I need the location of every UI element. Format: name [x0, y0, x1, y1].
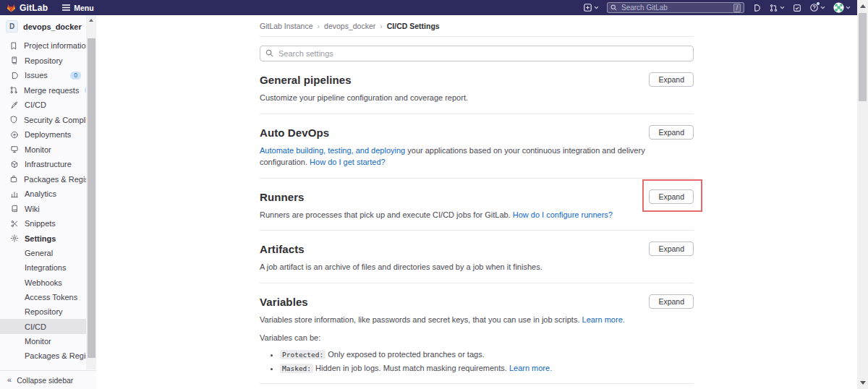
- expand-button-wrap: Expand: [649, 125, 694, 140]
- deployments-icon: [9, 130, 19, 140]
- brand-text: GitLab: [20, 3, 48, 13]
- tanuki-icon: [7, 4, 16, 12]
- sidebar-item-packages-registries[interactable]: Packages & Registries: [0, 172, 86, 187]
- section-general-pipelines: General pipelines Expand Customize your …: [260, 69, 694, 114]
- sidebar-item-ci-cd[interactable]: CI/CD: [0, 98, 86, 113]
- sidebar-subitem-label: Webhooks: [25, 278, 62, 287]
- count-badge: 0: [70, 72, 81, 80]
- sidebar-item-label: Snippets: [25, 219, 56, 228]
- sidebar-subitem-webhooks[interactable]: Webhooks: [0, 275, 86, 290]
- top-navbar: GitLab Menu /: [0, 0, 857, 15]
- expand-button-auto-devops[interactable]: Expand: [649, 125, 694, 140]
- sidebar-scrollbar[interactable]: [86, 15, 96, 369]
- analytics-icon: [9, 189, 19, 199]
- user-menu-button[interactable]: [833, 2, 851, 13]
- breadcrumb-instance[interactable]: GitLab Instance: [260, 22, 313, 30]
- sidebar-subitem-access-tokens[interactable]: Access Tokens: [0, 290, 86, 304]
- main-content: GitLab Instance › devops_docker › CI/CD …: [96, 15, 857, 389]
- expand-button-wrap: Expand: [649, 241, 694, 256]
- sidebar-subitem-label: CI/CD: [25, 322, 46, 331]
- sidebar-nav: Project information Repository Issues 0 …: [0, 38, 86, 363]
- section-description: Automate building, testing, and deployin…: [260, 145, 654, 168]
- hamburger-icon: [62, 4, 70, 11]
- settings-search-input[interactable]: [260, 46, 694, 61]
- expand-button-variables[interactable]: Expand: [649, 294, 694, 309]
- section-title: Variables: [260, 296, 308, 308]
- sidebar-subitem-general[interactable]: General: [0, 246, 86, 260]
- section-extra-text: Variables can be:: [260, 333, 694, 342]
- expand-button-artifacts[interactable]: Expand: [649, 241, 694, 256]
- global-search-input[interactable]: [620, 3, 731, 12]
- scroll-up-arrow-icon[interactable]: [860, 4, 866, 8]
- inline-link[interactable]: How do I get started?: [310, 158, 386, 166]
- breadcrumb-separator: ›: [318, 22, 320, 30]
- expand-button-runners[interactable]: Expand: [649, 189, 694, 204]
- issues-icon: [9, 71, 19, 80]
- todo-nav-button[interactable]: [793, 4, 801, 12]
- settings-search: [260, 46, 694, 61]
- sidebar-item-settings[interactable]: Settings: [0, 231, 86, 247]
- sidebar-subitem-repository[interactable]: Repository: [0, 304, 86, 319]
- sidebar-item-security-complian[interactable]: Security & Complian...: [0, 113, 86, 128]
- inline-link[interactable]: Learn more.: [582, 315, 625, 324]
- global-search[interactable]: /: [607, 2, 744, 13]
- inline-link[interactable]: Automate building, testing, and deployin…: [260, 146, 405, 155]
- sidebar-item-label: Issues: [25, 71, 48, 80]
- highlight-red-box: Expand: [649, 189, 694, 204]
- collapse-sidebar-button[interactable]: « Collapse sidebar: [0, 370, 96, 389]
- issues-nav-button[interactable]: [752, 4, 761, 12]
- scroll-up-arrow-icon[interactable]: [89, 19, 93, 22]
- section-title: General pipelines: [260, 74, 352, 86]
- sidebar-item-snippets[interactable]: Snippets: [0, 216, 86, 231]
- collapse-label: Collapse sidebar: [17, 376, 73, 385]
- section-title: Artifacts: [260, 243, 305, 255]
- inline-link[interactable]: Learn more.: [509, 364, 552, 372]
- expand-button-general-pipelines[interactable]: Expand: [649, 72, 694, 87]
- page-scrollbar-thumb[interactable]: [859, 13, 867, 101]
- sidebar-subitem-packages-registries[interactable]: Packages & Registries: [0, 349, 86, 363]
- sidebar-subitem-integrations[interactable]: Integrations: [0, 260, 86, 275]
- sidebar-scrollbar-thumb[interactable]: [88, 38, 95, 358]
- sidebar-item-analytics[interactable]: Analytics: [0, 187, 86, 202]
- sidebar-item-project-information[interactable]: Project information: [0, 38, 86, 54]
- search-icon: [265, 49, 273, 57]
- packages-icon: [9, 174, 18, 184]
- page-scrollbar[interactable]: [857, 0, 868, 389]
- settings-icon: [9, 234, 19, 243]
- merge-requests-nav-button[interactable]: [769, 4, 785, 12]
- help-nav-button[interactable]: [809, 3, 825, 12]
- gitlab-logo[interactable]: GitLab: [7, 3, 48, 13]
- chevron-down-icon: [846, 6, 851, 9]
- merge-requests-icon: [9, 85, 18, 95]
- scroll-down-arrow-icon[interactable]: [860, 381, 866, 385]
- breadcrumb-project[interactable]: devops_docker: [324, 22, 375, 30]
- breadcrumb-divider: [260, 36, 694, 37]
- ci-cd-icon: [9, 101, 19, 110]
- sidebar-item-label: Monitor: [25, 145, 51, 154]
- sidebar-item-deployments[interactable]: Deployments: [0, 127, 86, 142]
- expand-button-wrap: Expand: [649, 72, 694, 87]
- sidebar-subitem-label: Access Tokens: [25, 293, 77, 302]
- monitor-icon: [9, 145, 19, 154]
- section-auto-devops: Auto DevOps Expand Automate building, te…: [260, 122, 694, 179]
- sidebar-item-label: CI/CD: [25, 101, 46, 109]
- settings-sections: General pipelines Expand Customize your …: [260, 69, 694, 389]
- section-runners: Runners Expand Runners are processes tha…: [260, 187, 694, 231]
- sidebar-item-label: Deployments: [25, 130, 71, 139]
- sidebar-item-merge-requests[interactable]: Merge requests 0: [0, 83, 86, 98]
- project-information-icon: [9, 41, 18, 51]
- help-icon: [809, 3, 819, 12]
- sidebar-item-repository[interactable]: Repository: [0, 54, 86, 69]
- issues-icon: [752, 4, 761, 12]
- menu-label: Menu: [74, 4, 93, 12]
- sidebar-item-issues[interactable]: Issues 0: [0, 68, 86, 83]
- project-header[interactable]: D devops_docker: [0, 15, 96, 36]
- menu-button[interactable]: Menu: [62, 4, 93, 12]
- new-menu-button[interactable]: [583, 3, 599, 12]
- sidebar-subitem-ci-cd[interactable]: CI/CD: [0, 319, 86, 333]
- sidebar-subitem-monitor[interactable]: Monitor: [0, 334, 86, 349]
- sidebar-item-wiki[interactable]: Wiki: [0, 202, 86, 217]
- inline-link[interactable]: How do I configure runners?: [513, 210, 613, 219]
- sidebar-item-infrastructure[interactable]: Infrastructure: [0, 157, 86, 172]
- sidebar-item-monitor[interactable]: Monitor: [0, 142, 86, 158]
